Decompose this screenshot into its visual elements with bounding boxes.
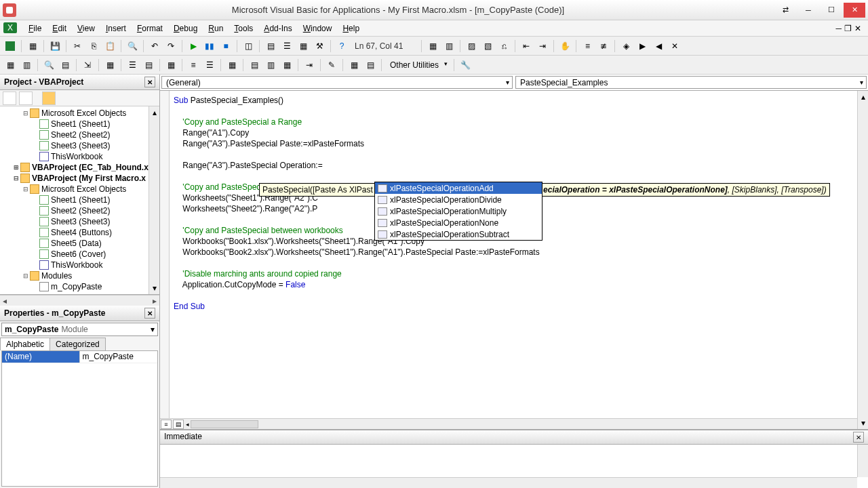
menu-file[interactable]: File	[23, 22, 47, 35]
menu-help[interactable]: Help	[337, 22, 365, 35]
autocomplete-popup[interactable]: xlPasteSpecialOperationAddxlPasteSpecial…	[374, 182, 542, 241]
autocomplete-item[interactable]: xlPasteSpecialOperationMultiply	[375, 205, 542, 217]
break-button[interactable]: ▮▮	[202, 39, 217, 54]
paste-button[interactable]: 📋	[102, 39, 117, 54]
immediate-body[interactable]	[160, 445, 868, 488]
insert-button[interactable]: ▦	[25, 39, 40, 54]
properties-object-combo[interactable]: m_CopyPaste Module ▾	[1, 323, 158, 336]
procedure-view-button[interactable]: ≡	[161, 420, 172, 429]
clear-bookmarks-button[interactable]: ✕	[667, 39, 682, 54]
mdi-close-button[interactable]: ✕	[854, 24, 861, 33]
tb-icon-5[interactable]: ⎌	[496, 39, 511, 54]
tb2-icon-3[interactable]: 🔍	[41, 58, 56, 73]
immediate-horizontal-scrollbar[interactable]	[160, 477, 857, 488]
toggle-folders-button[interactable]	[42, 92, 56, 105]
double-arrow-icon[interactable]: ⇄	[774, 3, 796, 18]
tb-icon-1[interactable]: ▦	[425, 39, 440, 54]
tree-node[interactable]: ⊟Modules	[0, 270, 159, 281]
bookmark-button[interactable]: ◈	[618, 39, 633, 54]
outdent-button[interactable]: ⇤	[519, 39, 534, 54]
tree-node[interactable]: Sheet5 (Data)	[0, 238, 159, 249]
menu-edit[interactable]: Edit	[47, 22, 72, 35]
menu-tools[interactable]: Tools	[229, 22, 258, 35]
indent-button[interactable]: ⇥	[535, 39, 550, 54]
wrench-icon[interactable]: 🔧	[458, 58, 473, 73]
help-button[interactable]: ?	[334, 39, 349, 54]
menu-run[interactable]: Run	[203, 22, 229, 35]
tree-node[interactable]: Sheet3 (Sheet3)	[0, 140, 159, 151]
next-bookmark-button[interactable]: ▶	[635, 39, 650, 54]
view-object-button[interactable]	[19, 92, 33, 105]
tb2-icon-2[interactable]: ▥	[19, 58, 34, 73]
mdi-restore-button[interactable]: ❐	[844, 24, 852, 33]
menu-view[interactable]: View	[72, 22, 100, 35]
tree-node[interactable]: ⊞VBAProject (EC_Tab_Hound.x	[0, 162, 159, 173]
tree-node[interactable]: ThisWorkbook	[0, 260, 159, 270]
tb2-icon-15[interactable]: ▦	[279, 58, 294, 73]
properties-panel-close-button[interactable]: ✕	[144, 308, 155, 319]
tb2-icon-17[interactable]: ✎	[324, 58, 339, 73]
tree-node[interactable]: Sheet2 (Sheet2)	[0, 129, 159, 140]
toolbox-button[interactable]: ⚒	[312, 39, 327, 54]
tb2-icon-18[interactable]: ▦	[347, 58, 361, 73]
tb2-icon-11[interactable]: ☰	[202, 58, 217, 73]
autocomplete-item[interactable]: xlPasteSpecialOperationDivide	[375, 194, 542, 205]
tb2-icon-16[interactable]: ⇥	[302, 58, 317, 73]
object-dropdown[interactable]: (General)	[161, 76, 513, 89]
tree-node[interactable]: Sheet1 (Sheet1)	[0, 195, 159, 205]
menu-debug[interactable]: Debug	[168, 22, 203, 35]
reset-button[interactable]: ■	[218, 39, 233, 54]
redo-button[interactable]: ↷	[163, 39, 178, 54]
view-code-button[interactable]	[3, 92, 16, 105]
other-utilities-dropdown[interactable]: Other Utilities	[385, 58, 450, 72]
run-button[interactable]: ▶	[186, 39, 201, 54]
tree-node[interactable]: ThisWorkbook	[0, 151, 159, 162]
tb2-icon-12[interactable]: ▦	[224, 58, 239, 73]
tb2-icon-8[interactable]: ▤	[141, 58, 156, 73]
mdi-minimize-button[interactable]: ─	[835, 24, 842, 33]
close-button[interactable]: ✕	[844, 3, 865, 18]
tb2-icon-6[interactable]: ▦	[102, 58, 117, 73]
find-button[interactable]: 🔍	[125, 39, 140, 54]
uncomment-button[interactable]: ≢	[596, 39, 611, 54]
copy-button[interactable]: ⎘	[86, 39, 101, 54]
comment-button[interactable]: ≡	[580, 39, 595, 54]
tb2-icon-19[interactable]: ▤	[363, 58, 378, 73]
tree-node[interactable]: Sheet1 (Sheet1)	[0, 119, 159, 129]
tb-icon-2[interactable]: ▥	[441, 39, 456, 54]
tree-node[interactable]: m_CopyPaste	[0, 281, 159, 292]
menu-add-ins[interactable]: Add-Ins	[258, 22, 297, 35]
maximize-button[interactable]: ☐	[821, 3, 842, 18]
tb2-icon-5[interactable]: ⇲	[80, 58, 95, 73]
project-tree[interactable]: ▴▾ ⊟Microsoft Excel ObjectsSheet1 (Sheet…	[0, 106, 159, 295]
editor-vertical-scrollbar[interactable]: ▴▾	[857, 91, 868, 429]
tb2-icon-9[interactable]: ▦	[163, 58, 178, 73]
prev-bookmark-button[interactable]: ◀	[651, 39, 666, 54]
immediate-close-button[interactable]: ✕	[853, 432, 864, 443]
design-mode-button[interactable]: ◫	[241, 39, 256, 54]
menu-format[interactable]: Format	[132, 22, 168, 35]
full-module-view-button[interactable]: ▤	[173, 420, 184, 429]
autocomplete-item[interactable]: xlPasteSpecialOperationNone	[375, 217, 542, 228]
autocomplete-item[interactable]: xlPasteSpecialOperationAdd	[375, 182, 542, 194]
tree-node[interactable]: ⊟Microsoft Excel Objects	[0, 184, 159, 195]
project-explorer-button[interactable]: ▤	[263, 39, 278, 54]
tb2-icon-1[interactable]: ▦	[3, 58, 18, 73]
immediate-vertical-scrollbar[interactable]	[857, 445, 868, 477]
tb2-icon-13[interactable]: ▤	[247, 58, 262, 73]
properties-button[interactable]: ☰	[279, 39, 294, 54]
tree-node[interactable]: ⊟VBAProject (My First Macro.x	[0, 173, 159, 184]
procedure-dropdown[interactable]: PasteSpecial_Examples	[515, 76, 867, 89]
tab-categorized[interactable]: Categorized	[50, 338, 106, 350]
property-value[interactable]: m_CopyPaste	[80, 351, 158, 363]
tree-node[interactable]: Sheet4 (Buttons)	[0, 227, 159, 238]
undo-button[interactable]: ↶	[147, 39, 162, 54]
tb2-icon-10[interactable]: ≡	[186, 58, 201, 73]
tree-node[interactable]: ⊟Microsoft Excel Objects	[0, 108, 159, 119]
tb2-icon-7[interactable]: ☰	[125, 58, 140, 73]
view-excel-button[interactable]	[3, 39, 18, 54]
code-editor[interactable]: Sub PasteSpecial_Examples() 'Copy and Pa…	[160, 91, 868, 418]
hand-icon[interactable]: ✋	[557, 39, 572, 54]
menu-window[interactable]: Window	[298, 22, 338, 35]
project-panel-close-button[interactable]: ✕	[144, 77, 155, 87]
